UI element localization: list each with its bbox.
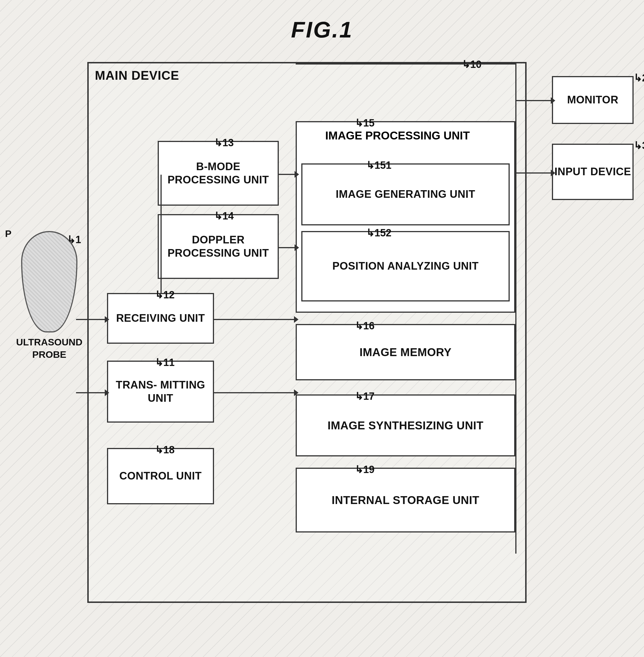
control-box: CONTROL UNIT: [107, 448, 214, 504]
image-generating-box: IMAGE GENERATING UNIT: [301, 163, 510, 225]
monitor-box: MONITOR: [552, 76, 634, 124]
ref-monitor: ↳2: [634, 72, 644, 84]
main-device-label: MAIN DEVICE: [95, 68, 179, 83]
image-synthesizing-box: IMAGE SYNTHESIZING UNIT: [296, 394, 515, 456]
ref-position-analyzing: ↳152: [366, 227, 391, 239]
arrow-probe-receiving: [105, 316, 109, 323]
line-receiving-doppler-v: [161, 279, 162, 293]
transmitting-box: TRANS- MITTING UNIT: [107, 360, 214, 422]
probe-body: [21, 231, 77, 332]
ultrasound-probe-container: ULTRASOUND PROBE: [14, 231, 85, 366]
ref-image-processing: ↳15: [355, 117, 374, 129]
line-doppler-imageproc: [279, 247, 296, 248]
line-right-bus: [515, 63, 516, 554]
line-probe-receiving: [76, 319, 107, 320]
image-memory-box: IMAGE MEMORY: [296, 324, 515, 380]
ref-image-generating: ↳151: [366, 159, 391, 171]
arrow-doppler-imageproc: [295, 244, 299, 251]
arrow-transmitting-imagesynth: [294, 389, 298, 396]
b-mode-box: B-MODE PROCESSING UNIT: [158, 141, 279, 206]
line-bmode-imageproc: [279, 174, 296, 175]
ref-transmitting: ↳11: [155, 357, 175, 369]
line-transmitting-imagesynth: [214, 392, 296, 393]
input-device-box: INPUT DEVICE: [552, 144, 634, 200]
line-probe-transmitting: [76, 392, 107, 393]
line-imageproc-monitor: [515, 100, 552, 101]
ref-input-device: ↳3: [634, 140, 644, 152]
doppler-box: DOPPLER PROCESSING UNIT: [158, 214, 279, 279]
ref-probe: ↳1: [67, 234, 81, 246]
ref-control: ↳18: [155, 444, 175, 456]
image-processing-label: IMAGE PROCESSING UNIT: [325, 128, 470, 143]
ref-b-mode: ↳13: [214, 137, 234, 149]
figure-title: FIG.1: [0, 17, 644, 43]
probe-label: ULTRASOUND PROBE: [14, 336, 85, 360]
ref-image-memory: ↳16: [355, 320, 374, 332]
internal-storage-box: INTERNAL STORAGE UNIT: [296, 468, 515, 532]
line-receiving-imagemem: [214, 319, 296, 320]
arrow-imageproc-input: [551, 170, 555, 176]
arrow-bmode-imageproc: [295, 171, 299, 178]
ref-internal-storage: ↳19: [355, 464, 374, 476]
arrow-imageproc-monitor: [551, 97, 555, 104]
line-receiving-bmode-v: [161, 175, 162, 293]
ref-main-device: ↳10: [462, 59, 482, 70]
line-imageproc-input: [515, 172, 552, 174]
ref-receiving: ↳12: [155, 289, 175, 301]
ref-image-synthesizing: ↳17: [355, 391, 374, 402]
patient-label: P: [5, 228, 12, 239]
line-top-h: [296, 63, 515, 65]
arrow-probe-transmitting: [105, 389, 109, 396]
page: FIG.1 P ULTRASOUND PROBE ↳1 MAIN DEVICE …: [0, 0, 644, 657]
arrow-receiving-imagemem: [294, 316, 298, 323]
position-analyzing-box: POSITION ANALYZING UNIT: [301, 231, 510, 302]
ref-doppler: ↳14: [214, 210, 234, 222]
